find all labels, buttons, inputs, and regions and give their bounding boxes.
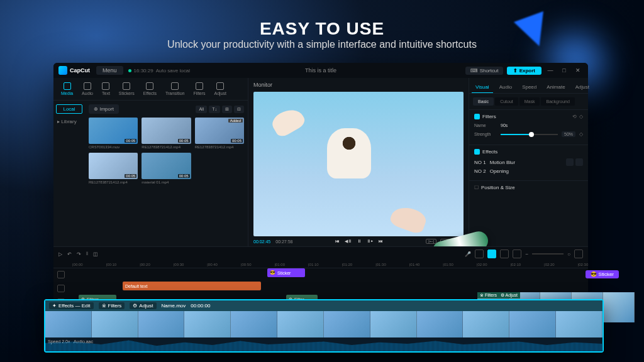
- text-clip[interactable]: Default text: [123, 282, 261, 290]
- stickers-icon: [123, 82, 130, 90]
- position-label: Position & Size: [481, 185, 515, 190]
- delete-icon[interactable]: [575, 158, 583, 166]
- ext-strip-header: ※ Filters ⚙ Adjust: [477, 292, 520, 299]
- tab-stickers[interactable]: Stickers: [115, 80, 138, 97]
- mic-icon[interactable]: 🎤: [465, 251, 471, 257]
- filters-checkbox[interactable]: [474, 114, 480, 119]
- maximize-button[interactable]: □: [559, 67, 569, 74]
- edit-icon[interactable]: [566, 158, 574, 166]
- monitor-panel: Monitor 00:02:45 00:27:58 ⏮ ◀⏸ ⏸ ⏸▶ ⏭ [•: [248, 78, 469, 246]
- media-clip[interactable]: Added00:05RE127838721412.mp4: [195, 118, 244, 149]
- tab-transition[interactable]: Transition: [162, 80, 188, 97]
- effects-checkbox[interactable]: [474, 149, 480, 155]
- overlay-adjust[interactable]: ⚙ Adjust: [130, 302, 156, 309]
- zoom-out[interactable]: −: [525, 251, 528, 257]
- props-tab-animate[interactable]: Animate: [543, 82, 569, 93]
- media-panel: Media Audio Text Stickers Effects Transi…: [53, 78, 248, 246]
- overlay-audio-track[interactable]: Speed 2.0x Audio.aac: [45, 337, 602, 351]
- keyframe-icon[interactable]: ◇: [579, 131, 583, 137]
- media-clip[interactable]: 00:05RE127838721412.mp4: [142, 118, 191, 149]
- tab-filters[interactable]: Filters: [190, 80, 209, 97]
- select-tool[interactable]: ▷: [58, 251, 62, 257]
- hero-subtitle: Unlock your productivity with a simple i…: [167, 39, 477, 50]
- tab-text[interactable]: Text: [98, 80, 114, 97]
- undo-button[interactable]: ↶: [67, 251, 72, 257]
- tab-adjust[interactable]: Adjust: [211, 80, 230, 97]
- app-logo: CapCut: [58, 66, 90, 75]
- tab-effects[interactable]: Effects: [140, 80, 160, 97]
- text-track-icon[interactable]: [57, 285, 65, 292]
- sidebar-local[interactable]: Local: [56, 104, 82, 114]
- tab-audio[interactable]: Audio: [78, 80, 97, 97]
- timeline-ruler[interactable]: |00:00|00:10|00:20|00:30|00:40|00:50|01:…: [53, 261, 588, 268]
- import-button[interactable]: ⊕ Import: [89, 104, 119, 114]
- chip-list[interactable]: ⊟: [234, 106, 244, 113]
- tl-option-3[interactable]: [500, 250, 509, 258]
- media-clip[interactable]: 00:05material 01.mp4: [142, 153, 191, 184]
- chip-grid[interactable]: ⊞: [222, 106, 232, 113]
- sticker-clip[interactable]: 😎 Sticker: [267, 268, 305, 277]
- monitor-label: Monitor: [248, 78, 469, 92]
- chip-sort[interactable]: T↓: [209, 106, 220, 113]
- menu-button[interactable]: Menu: [96, 66, 123, 75]
- audio-icon: [84, 82, 91, 90]
- text-track[interactable]: Default text: [72, 282, 588, 293]
- props-tab-speed[interactable]: Speed: [518, 82, 540, 93]
- minimize-button[interactable]: —: [545, 67, 555, 74]
- subtab-mask[interactable]: Mask: [519, 97, 540, 106]
- sticker-track[interactable]: 😎 Sticker: [72, 268, 588, 280]
- strength-slider[interactable]: [501, 134, 558, 135]
- strength-label: Strength: [474, 132, 497, 136]
- overlay-filters[interactable]: ※ Filters: [99, 302, 125, 309]
- tab-media[interactable]: Media: [57, 80, 77, 97]
- props-tab-adjust[interactable]: Adjust: [572, 82, 593, 93]
- preview-shoe: [389, 203, 429, 236]
- play-button[interactable]: ⏸: [357, 239, 362, 244]
- strength-value[interactable]: 50%: [562, 131, 575, 137]
- waveform: [45, 337, 602, 351]
- overlay-effects[interactable]: ✦ Effects — Edit: [49, 302, 94, 309]
- external-sticker-clip[interactable]: 😎 Sticker: [586, 270, 619, 278]
- timeline-overlay[interactable]: ✦ Effects — Edit ※ Filters ⚙ Adjust Name…: [44, 299, 604, 353]
- crop-tool[interactable]: ◫: [93, 251, 98, 257]
- text-icon: [102, 82, 109, 90]
- step-fwd-button[interactable]: ⏸▶: [367, 239, 374, 244]
- overlay-frames[interactable]: [45, 311, 602, 337]
- sidebar-library[interactable]: ▸ Library: [56, 118, 82, 126]
- prev-button[interactable]: ⏮: [335, 239, 340, 244]
- reset-icon[interactable]: ⟲: [572, 114, 577, 119]
- sticker-track-icon[interactable]: [57, 271, 65, 278]
- project-title: This is a title: [305, 67, 336, 74]
- shortcut-button[interactable]: ⌨ Shortcut: [465, 67, 503, 75]
- redo-button[interactable]: ↷: [77, 251, 81, 257]
- monitor-preview[interactable]: [253, 92, 464, 236]
- media-clip[interactable]: 00:05CRST001334.mov: [89, 118, 138, 149]
- subtab-background[interactable]: Background: [541, 97, 574, 106]
- tl-option-1[interactable]: [475, 250, 484, 258]
- chip-all[interactable]: All: [196, 106, 207, 113]
- name-label: Name: [474, 123, 497, 128]
- zoom-in[interactable]: ○: [567, 251, 570, 257]
- autosave-dot-icon: [128, 69, 131, 72]
- zoom-slider[interactable]: [532, 253, 564, 255]
- subtab-cutout[interactable]: Cutout: [495, 97, 518, 106]
- keyframe-icon[interactable]: ◇: [579, 114, 583, 119]
- tl-option-2[interactable]: [487, 250, 496, 258]
- props-tab-audio[interactable]: Audio: [496, 82, 516, 93]
- subtab-basic[interactable]: Basic: [473, 97, 494, 106]
- tl-option-4[interactable]: [513, 250, 521, 258]
- props-tab-visual[interactable]: Visual: [472, 82, 493, 93]
- logo-icon: [58, 66, 67, 75]
- time-current: 00:02:45: [253, 239, 270, 244]
- time-total: 00:27:58: [275, 239, 292, 244]
- media-clip[interactable]: 00:05RE127838721412.mp4: [89, 153, 138, 184]
- close-button[interactable]: ✕: [573, 67, 583, 74]
- autosave-text: Auto save local: [156, 68, 190, 74]
- tl-fit[interactable]: [574, 250, 583, 258]
- autosave-status: 16:30:29 Auto save local: [128, 68, 190, 74]
- next-button[interactable]: ⏭: [379, 239, 383, 244]
- export-button[interactable]: ⬆ Export: [507, 67, 541, 75]
- added-tag: Added: [228, 119, 243, 123]
- split-tool[interactable]: ⦀: [86, 251, 88, 257]
- step-back-button[interactable]: ◀⏸: [345, 239, 352, 244]
